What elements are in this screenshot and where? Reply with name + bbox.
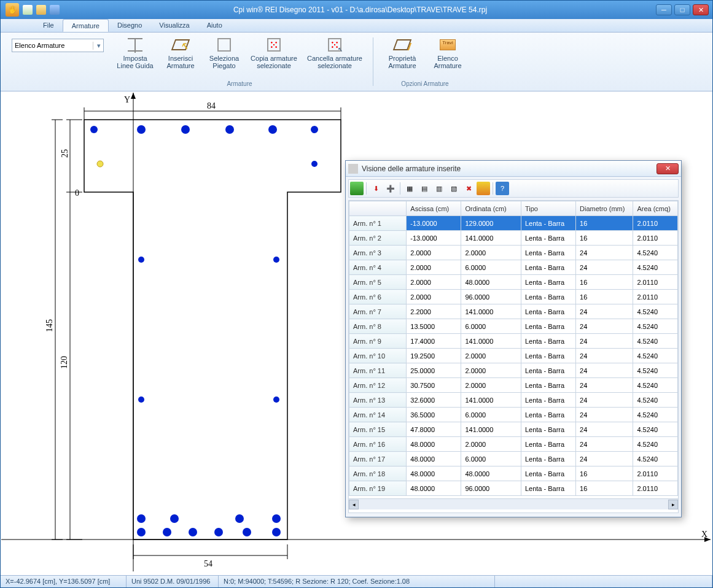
cell-diametro[interactable]: 24 [576, 319, 633, 334]
cell-ordinata[interactable]: 96.0000 [461, 290, 521, 304]
cell-ascissa[interactable]: 2.0000 [407, 260, 461, 275]
cell-diametro[interactable]: 24 [576, 260, 633, 275]
cell-area[interactable]: 4.5240 [633, 452, 678, 466]
cell-ascissa[interactable]: 32.6000 [407, 393, 461, 408]
cell-tipo[interactable]: Lenta - Barra [521, 437, 575, 452]
cell-ascissa[interactable]: 48.0000 [407, 466, 461, 481]
cell-area[interactable]: 4.5240 [633, 334, 678, 349]
toolbar-down-icon[interactable]: ⬇ [369, 182, 383, 195]
cell-ordinata[interactable]: 129.0000 [461, 216, 521, 231]
cell-area[interactable]: 2.0110 [633, 231, 678, 246]
cell-area[interactable]: 4.5240 [633, 319, 678, 334]
cell-diametro[interactable]: 16 [576, 275, 633, 290]
tab-disegno[interactable]: Disegno [109, 19, 150, 32]
table-row[interactable]: Arm. n° 813.50006.0000Lenta - Barra244.5… [349, 319, 678, 334]
table-row[interactable]: Arm. n° 42.00006.0000Lenta - Barra244.52… [349, 260, 678, 275]
cell-tipo[interactable]: Lenta - Barra [521, 290, 575, 304]
app-icon[interactable]: 🖐 [6, 3, 19, 17]
table-row[interactable]: Arm. n° 1948.000096.0000Lenta - Barra162… [349, 481, 678, 496]
cell-diametro[interactable]: 24 [576, 393, 633, 408]
cell-ordinata[interactable]: 48.0000 [461, 466, 521, 481]
cell-tipo[interactable]: Lenta - Barra [521, 363, 575, 378]
table-row[interactable]: Arm. n° 1230.75002.0000Lenta - Barra244.… [349, 378, 678, 393]
cell-ascissa[interactable]: 48.0000 [407, 481, 461, 496]
cell-ascissa[interactable]: 2.2000 [407, 304, 461, 319]
scroll-right-icon[interactable]: ▸ [668, 500, 678, 509]
cell-diametro[interactable]: 24 [576, 452, 633, 466]
cell-tipo[interactable]: Lenta - Barra [521, 246, 575, 260]
maximize-button[interactable]: □ [674, 4, 690, 15]
col-rowheader[interactable] [349, 201, 407, 216]
cell-tipo[interactable]: Lenta - Barra [521, 260, 575, 275]
cell-ascissa[interactable]: -13.0000 [407, 231, 461, 246]
cell-area[interactable]: 2.0110 [633, 216, 678, 231]
table-row[interactable]: Arm. n° 1547.8000141.0000Lenta - Barra24… [349, 422, 678, 437]
cell-ascissa[interactable]: 47.8000 [407, 422, 461, 437]
table-row[interactable]: Arm. n° 1-13.0000129.0000Lenta - Barra16… [349, 216, 678, 231]
cell-tipo[interactable]: Lenta - Barra [521, 393, 575, 408]
toolbar-apply-icon[interactable] [350, 182, 364, 195]
cell-ascissa[interactable]: 17.4000 [407, 334, 461, 349]
table-row[interactable]: Arm. n° 72.2000141.0000Lenta - Barra244.… [349, 304, 678, 319]
cell-diametro[interactable]: 24 [576, 422, 633, 437]
cell-area[interactable]: 2.0110 [633, 275, 678, 290]
cell-area[interactable]: 4.5240 [633, 408, 678, 422]
cell-ordinata[interactable]: 6.0000 [461, 408, 521, 422]
toolbar-add-icon[interactable]: ➕ [384, 182, 397, 195]
cell-area[interactable]: 4.5240 [633, 363, 678, 378]
cell-ascissa[interactable]: 30.7500 [407, 378, 461, 393]
cell-diametro[interactable]: 24 [576, 304, 633, 319]
minimize-button[interactable]: ─ [656, 4, 672, 15]
cell-tipo[interactable]: Lenta - Barra [521, 481, 575, 496]
cell-area[interactable]: 2.0110 [633, 481, 678, 496]
qat-open-icon[interactable] [36, 5, 46, 15]
toolbar-grid1-icon[interactable]: ▦ [403, 182, 416, 195]
cell-ordinata[interactable]: 141.0000 [461, 304, 521, 319]
cell-tipo[interactable]: Lenta - Barra [521, 334, 575, 349]
table-row[interactable]: Arm. n° 1332.6000141.0000Lenta - Barra24… [349, 393, 678, 408]
cell-tipo[interactable]: Lenta - Barra [521, 378, 575, 393]
cell-ordinata[interactable]: 141.0000 [461, 334, 521, 349]
cell-area[interactable]: 2.0110 [633, 290, 678, 304]
col-area[interactable]: Area (cmq) [633, 201, 678, 216]
col-tipo[interactable]: Tipo [521, 201, 575, 216]
cell-diametro[interactable]: 16 [576, 216, 633, 231]
cell-diametro[interactable]: 24 [576, 363, 633, 378]
cell-diametro[interactable]: 16 [576, 290, 633, 304]
cell-ordinata[interactable]: 6.0000 [461, 260, 521, 275]
col-ordinata[interactable]: Ordinata (cm) [461, 201, 521, 216]
cell-diametro[interactable]: 16 [576, 231, 633, 246]
cell-tipo[interactable]: Lenta - Barra [521, 452, 575, 466]
cancella-armature-button[interactable]: ↖ Cancella armature selezionate [304, 35, 365, 71]
cell-ascissa[interactable]: 48.0000 [407, 452, 461, 466]
tab-visualizza[interactable]: Visualizza [150, 19, 198, 32]
cell-ascissa[interactable]: 2.0000 [407, 246, 461, 260]
cell-ordinata[interactable]: 2.0000 [461, 349, 521, 363]
cell-area[interactable]: 4.5240 [633, 437, 678, 452]
cell-diametro[interactable]: 24 [576, 349, 633, 363]
armature-grid[interactable]: Ascissa (cm) Ordinata (cm) Tipo Diametro… [348, 200, 679, 513]
cell-ascissa[interactable]: 36.5000 [407, 408, 461, 422]
copia-armature-button[interactable]: Copia armature selezionate [246, 35, 302, 71]
toolbar-chart-icon[interactable] [477, 182, 490, 195]
cell-area[interactable]: 4.5240 [633, 378, 678, 393]
grid-horizontal-scrollbar[interactable]: ◂ ▸ [349, 498, 678, 509]
cell-area[interactable]: 4.5240 [633, 349, 678, 363]
qat-save-icon[interactable] [50, 5, 60, 15]
cell-tipo[interactable]: Lenta - Barra [521, 408, 575, 422]
cell-area[interactable]: 4.5240 [633, 422, 678, 437]
table-row[interactable]: Arm. n° 1748.00006.0000Lenta - Barra244.… [349, 452, 678, 466]
cell-ascissa[interactable]: 48.0000 [407, 437, 461, 452]
cell-diametro[interactable]: 24 [576, 437, 633, 452]
table-row[interactable]: Arm. n° 2-13.0000141.0000Lenta - Barra16… [349, 231, 678, 246]
table-row[interactable]: Arm. n° 1019.25002.0000Lenta - Barra244.… [349, 349, 678, 363]
imposta-linee-guida-button[interactable]: Imposta Linee Guida [114, 35, 157, 71]
cell-ordinata[interactable]: 2.0000 [461, 246, 521, 260]
dialog-titlebar[interactable]: Visione delle armature inserite ✕ [346, 161, 681, 177]
col-ascissa[interactable]: Ascissa (cm) [407, 201, 461, 216]
cell-tipo[interactable]: Lenta - Barra [521, 319, 575, 334]
cell-diametro[interactable]: 24 [576, 378, 633, 393]
cell-ordinata[interactable]: 141.0000 [461, 231, 521, 246]
cell-ascissa[interactable]: 2.0000 [407, 275, 461, 290]
cell-area[interactable]: 4.5240 [633, 393, 678, 408]
